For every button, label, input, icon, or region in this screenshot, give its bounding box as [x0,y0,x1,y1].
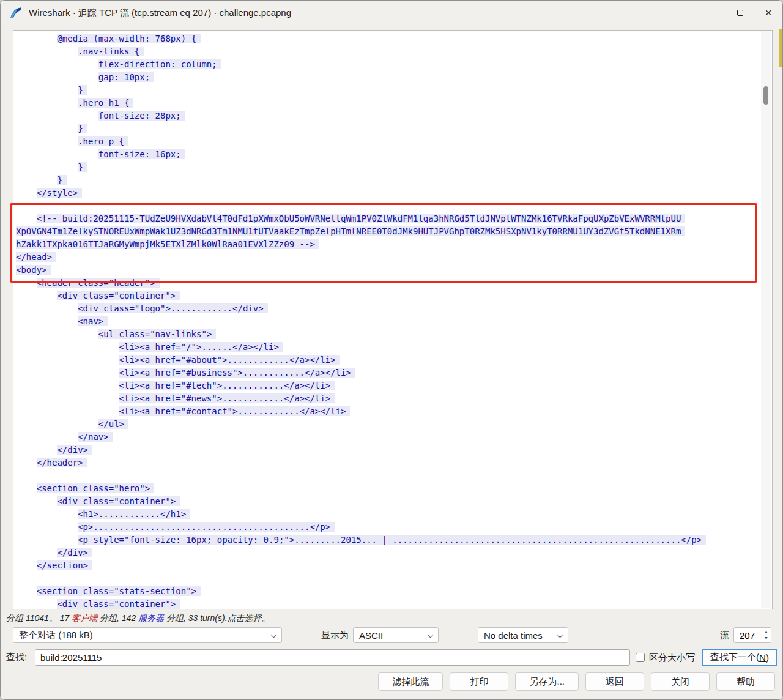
find-next-label-suffix: ) [766,652,769,663]
code-line: </header> [16,456,772,469]
code-line: .hero h1 { [16,97,772,110]
stream-text-area[interactable]: @media (max-width: 768px) { .nav-links {… [13,30,773,609]
title-bar: Wireshark · 追踪 TCP 流 (tcp.stream eq 207)… [1,1,782,25]
find-label: 查找: [6,649,27,665]
show-as-label: 显示为 [321,627,349,643]
code-line: <div class="container"> [16,289,772,302]
wireshark-icon [9,6,23,20]
minimize-button[interactable] [698,1,726,25]
show-as-select[interactable]: ASCII [353,627,439,643]
stepper-arrows-icon[interactable]: ▲▼ [764,629,768,641]
status-part2: 分组, 142 [97,613,138,623]
back-button[interactable]: 返回 [585,672,644,691]
chevron-down-icon [428,632,434,638]
code-line: </div> [16,546,772,559]
code-line: } [16,84,772,97]
code-line [16,572,772,585]
code-line: <li><a href="#contact">............</a><… [16,405,772,418]
filter-out-stream-button[interactable]: 滤掉此流 [378,672,443,691]
code-line: <li><a href="#about">............</a></l… [16,354,772,367]
find-next-label: 查找下一个( [710,652,759,663]
vertical-scrollbar[interactable] [761,31,771,608]
code-line: <header class="header"> [16,277,772,289]
code-line: .hero p { [16,135,772,148]
status-server-count: 服务器 [138,613,164,623]
find-input[interactable] [35,649,630,666]
code-line: </ul> [16,418,772,431]
code-line: <!-- build:20251115-TUdZeU9HVXdabVl4T0dF… [16,212,772,225]
code-line: gap: 10px; [16,71,772,84]
find-next-mnemonic: N [759,652,766,663]
close-icon: ✕ [765,9,772,17]
code-line: } [16,161,772,174]
stream-status-text: 分组 11041。 17 客户端 分组, 142 服务器 分组, 33 turn… [6,613,270,624]
code-line: <div class="container"> [16,495,772,508]
background-window-fragment [779,29,783,67]
minimize-icon [709,13,716,13]
code-line: XpOVGN4Tm1ZelkySTNOREUxWmpWak1UZ3dNRGd3T… [16,225,772,238]
code-line: } [16,174,772,187]
conversation-select[interactable]: 整个对话 (188 kB) [13,627,282,643]
code-line: font-size: 16px; [16,148,772,161]
code-line: <li><a href="#business">............</a>… [16,367,772,379]
code-line: <li><a href="#tech">............</a></li… [16,379,772,392]
scrollbar-thumb[interactable] [763,86,768,105]
stream-number-label: 流 [720,627,729,643]
code-line: <li><a href="#news">............</a></li… [16,392,772,405]
maximize-button[interactable] [726,1,754,25]
chevron-down-icon [271,632,277,638]
stream-number-stepper[interactable]: 207 ▲▼ [733,627,771,643]
status-part1: 分组 11041。 17 [6,613,72,623]
stream-number-value: 207 [740,630,755,641]
close-stream-button[interactable]: 关闭 [651,672,710,691]
code-line: <p>.....................................… [16,521,772,534]
code-line: <div class="container"> [16,598,772,609]
code-line: @media (max-width: 768px) { [16,32,772,45]
code-line: </head> [16,251,772,264]
chevron-down-icon [557,632,563,638]
maximize-icon [737,10,743,16]
case-sensitive-checkbox[interactable] [636,653,645,662]
footer-buttons: 滤掉此流打印另存为...返回关闭帮助 [378,672,775,691]
delta-times-select-value: No delta times [484,630,543,641]
code-line: } [16,122,772,135]
help-button[interactable]: 帮助 [716,672,775,691]
save-as-button[interactable]: 另存为... [515,672,579,691]
follow-tcp-stream-dialog: Wireshark · 追踪 TCP 流 (tcp.stream eq 207)… [0,0,783,700]
close-button[interactable]: ✕ [754,1,782,25]
show-as-select-value: ASCII [359,630,383,641]
stream-text: @media (max-width: 768px) { .nav-links {… [16,32,772,609]
code-line [16,199,772,212]
code-line: <section class="hero"> [16,482,772,495]
code-line: </nav> [16,431,772,444]
code-line: .nav-links { [16,45,772,58]
code-line: <li><a href="/">......</a></li> [16,341,772,354]
code-line: </div> [16,444,772,456]
window-title: Wireshark · 追踪 TCP 流 (tcp.stream eq 207)… [29,7,291,19]
code-line: <ul class="nav-links"> [16,328,772,341]
conversation-select-value: 整个对话 (188 kB) [19,630,93,641]
status-client-count: 客户端 [72,613,97,623]
code-line: <body> [16,264,772,277]
code-line: <section class="stats-section"> [16,585,772,598]
delta-times-select[interactable]: No delta times [478,627,568,643]
code-line: </section> [16,559,772,572]
code-line: <p style="font-size: 16px; opacity: 0.9;… [16,534,772,546]
code-line: <nav> [16,315,772,328]
status-part4: 点击选择。 [228,613,270,623]
case-sensitive-label: 区分大小写 [649,650,695,666]
case-sensitive-option[interactable]: 区分大小写 [636,649,695,666]
code-line: flex-direction: column; [16,58,772,71]
status-part3: 分组, 33 turn(s). [164,613,227,623]
find-next-button[interactable]: 查找下一个(N) [702,649,777,666]
code-line: <h1>............</h1> [16,508,772,521]
code-line [16,469,772,482]
code-line: <div class="logo">............</div> [16,302,772,315]
print-button[interactable]: 打印 [450,672,508,691]
code-line: hZakk1TXpka016TTJaRGMyWmpjMk5ETXlZMlk0Wl… [16,238,772,251]
code-line: </style> [16,187,772,199]
code-line: font-size: 28px; [16,110,772,122]
